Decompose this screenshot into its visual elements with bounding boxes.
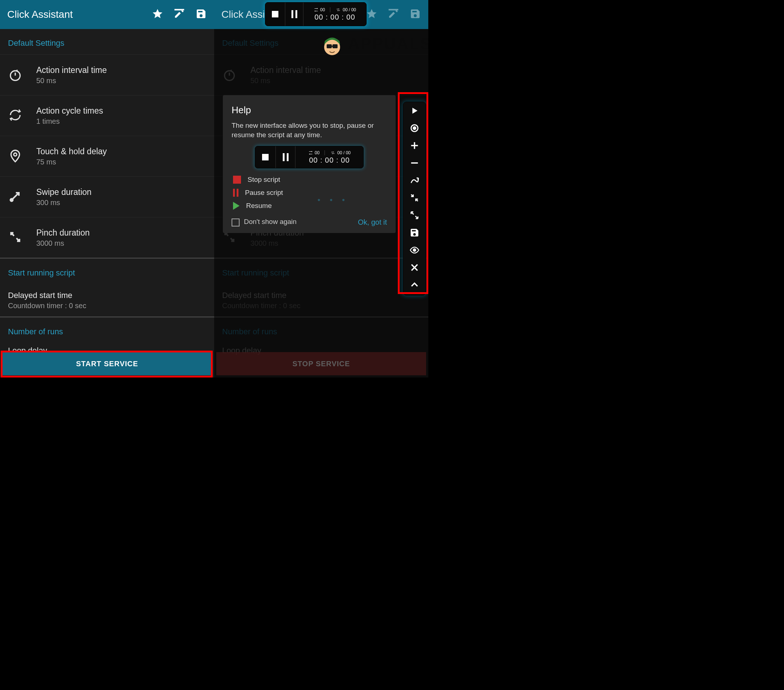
page-dots: • • • — [318, 195, 348, 205]
setting-action-cycle[interactable]: Action cycle times1 times — [0, 95, 214, 136]
setting-label: Pinch duration — [36, 228, 90, 238]
svg-rect-0 — [175, 9, 184, 10]
section-start-running: Start running script — [214, 259, 428, 284]
help-body: The new interface allows you to stop, pa… — [232, 121, 387, 139]
svg-rect-11 — [327, 44, 332, 48]
theme-icon[interactable] — [173, 8, 185, 21]
save-icon[interactable] — [409, 227, 420, 239]
svg-point-16 — [413, 249, 416, 252]
section-default-settings: Default Settings — [0, 29, 214, 54]
play-icon[interactable] — [409, 105, 420, 117]
target-icon[interactable] — [409, 123, 420, 135]
delayed-start[interactable]: Delayed start time Countdown timer : 0 s… — [0, 284, 214, 316]
help-dialog: Help The new interface allows you to sto… — [223, 95, 395, 233]
favorite-icon[interactable] — [152, 8, 163, 21]
chevron-up-icon[interactable] — [409, 280, 420, 291]
svg-rect-5 — [389, 9, 399, 10]
stop-icon — [262, 154, 268, 160]
expand-icon[interactable] — [409, 210, 420, 222]
pinch-icon — [8, 230, 23, 246]
svg-point-6 — [225, 71, 234, 81]
setting-label: Touch & hold delay — [36, 147, 107, 156]
setting-action-interval[interactable]: Action interval time50 ms — [214, 54, 428, 95]
dont-show-again-checkbox[interactable]: Don't show again — [232, 218, 296, 227]
svg-point-1 — [10, 71, 20, 81]
save-icon[interactable] — [409, 8, 421, 21]
app-header: Click Assistant — [0, 0, 214, 29]
plus-icon[interactable] — [409, 140, 420, 152]
elapsed-time: 00 : 00 : 00 — [314, 13, 355, 21]
svg-rect-13 — [331, 46, 333, 47]
setting-label: Action interval time — [36, 65, 107, 75]
setting-value: 3000 ms — [36, 239, 90, 247]
minus-icon[interactable] — [409, 158, 420, 170]
step-count: 00 / 00 — [343, 7, 356, 12]
curve-icon[interactable] — [409, 175, 420, 187]
svg-point-2 — [16, 69, 17, 71]
svg-rect-12 — [333, 44, 338, 48]
start-service-button[interactable]: START SERVICE — [2, 352, 212, 375]
floating-control-bar[interactable]: 00 00 / 00 00 : 00 : 00 — [265, 2, 367, 26]
stop-service-button[interactable]: STOP SERVICE — [216, 352, 426, 375]
setting-value: 1 times — [36, 117, 103, 125]
screen-before: Click Assistant Default Settings Action … — [0, 0, 214, 377]
floating-side-toolbar[interactable] — [403, 102, 426, 295]
svg-point-7 — [231, 69, 232, 71]
save-icon[interactable] — [195, 8, 207, 21]
control-bar-readout: 00 00 / 00 00 : 00 : 00 — [303, 3, 366, 26]
eye-icon[interactable] — [409, 245, 420, 257]
setting-value: 300 ms — [36, 199, 91, 207]
setting-label: Swipe duration — [36, 187, 91, 197]
location-icon — [8, 148, 23, 165]
help-illustration-bar: 00 00 / 00 00 : 00 : 00 — [255, 146, 364, 168]
stop-script-button[interactable] — [265, 3, 285, 26]
checkbox-icon — [232, 219, 240, 227]
stop-icon — [272, 11, 278, 17]
cycle-icon — [8, 108, 23, 124]
header-actions — [366, 8, 421, 21]
delayed-label: Delayed start time — [8, 291, 206, 300]
help-legend: Stop script Pause script Resume — [233, 176, 387, 210]
swipe-icon — [8, 189, 23, 205]
pause-icon — [283, 153, 288, 161]
watermark: APPUALS — [348, 35, 428, 53]
appuals-mascot-icon — [320, 32, 345, 58]
pause-icon — [233, 189, 239, 197]
delayed-value: Countdown timer : 0 sec — [8, 301, 206, 310]
loop-count: 00 — [320, 7, 325, 12]
section-number-runs: Number of runs — [214, 318, 428, 343]
theme-icon[interactable] — [388, 8, 399, 21]
setting-touch-hold[interactable]: Touch & hold delay75 ms — [0, 136, 214, 176]
svg-point-15 — [413, 127, 416, 130]
delayed-start[interactable]: Delayed start time Countdown timer : 0 s… — [214, 284, 428, 316]
app-title: Click Assistant — [7, 9, 152, 20]
timer-icon — [8, 67, 23, 83]
setting-swipe-duration[interactable]: Swipe duration300 ms — [0, 176, 214, 217]
setting-value: 50 ms — [36, 77, 107, 85]
svg-point-3 — [14, 153, 17, 156]
timer-icon — [222, 67, 237, 83]
play-icon — [233, 202, 240, 210]
close-icon[interactable] — [409, 262, 420, 274]
help-title: Help — [232, 105, 387, 116]
stop-icon — [233, 176, 241, 184]
pause-icon — [292, 10, 297, 18]
setting-pinch-duration[interactable]: Pinch duration3000 ms — [0, 217, 214, 258]
pause-script-button[interactable] — [285, 3, 303, 26]
setting-action-interval[interactable]: Action interval time50 ms — [0, 54, 214, 95]
ok-got-it-button[interactable]: Ok, got it — [358, 218, 387, 227]
header-actions — [152, 8, 207, 21]
setting-value: 75 ms — [36, 158, 107, 166]
section-start-running: Start running script — [0, 259, 214, 284]
setting-label: Action cycle times — [36, 106, 103, 116]
section-number-runs: Number of runs — [0, 318, 214, 343]
collapse-icon[interactable] — [409, 193, 420, 204]
favorite-icon[interactable] — [366, 8, 377, 21]
